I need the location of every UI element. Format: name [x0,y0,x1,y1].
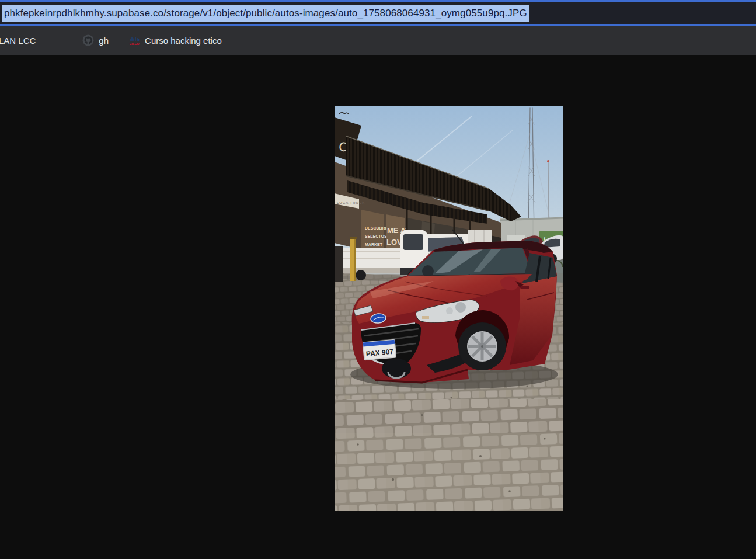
bookmark-gh[interactable]: gh [82,34,109,46]
svg-text:SELECTOS: SELECTOS [365,234,387,238]
url-selected-text[interactable]: phkfepkeinrpdhlkhmhy.supabase.co/storage… [2,5,529,22]
license-plate: PAX 907 [363,340,396,360]
bookmark-label: gh [99,36,109,46]
page-content: Luga LUGA TRUCK DESCUBRI SELECTOS MARKET… [0,55,756,559]
github-icon [82,34,94,46]
svg-text:CISCO: CISCO [130,42,140,46]
svg-text:DESCUBRI: DESCUBRI [365,226,386,230]
front-wheel [382,359,411,379]
svg-text:LUGA TRUCK: LUGA TRUCK [337,201,365,204]
yellow-bollard [350,237,357,281]
bookmark-curso-hacking[interactable]: CISCO Curso hacking etico [128,34,222,46]
bookmarks-bar: LAN LCC gh CISCO [0,26,756,55]
browser-window: phkfepkeinrpdhlkhmhy.supabase.co/storage… [0,0,756,559]
address-bar[interactable]: phkfepkeinrpdhlkhmhy.supabase.co/storage… [0,2,756,24]
car-photo: Luga LUGA TRUCK DESCUBRI SELECTOS MARKET… [335,106,563,511]
bookmark-lan-lcc[interactable]: LAN LCC [0,36,36,46]
dark-column [335,246,343,282]
bookmark-label: Curso hacking etico [145,36,222,46]
bookmark-label: LAN LCC [0,36,36,46]
svg-text:MARKET: MARKET [365,242,383,246]
cisco-icon: CISCO [128,34,140,46]
